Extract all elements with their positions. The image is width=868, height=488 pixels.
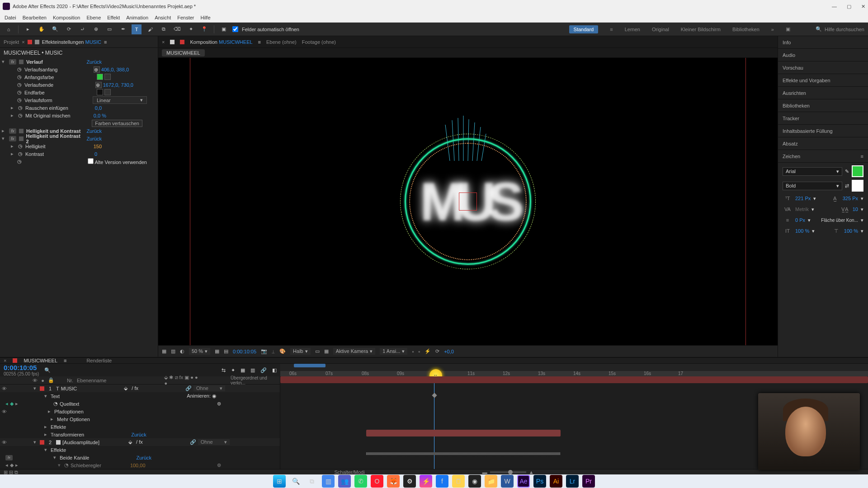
selection-tool-icon[interactable]: ▸ bbox=[23, 24, 33, 34]
keyframe-track[interactable] bbox=[366, 452, 561, 455]
start-color-swatch[interactable] bbox=[97, 74, 103, 80]
prev-keyframe-icon[interactable]: ◂ bbox=[5, 401, 8, 407]
search-icon[interactable]: 🔍 bbox=[816, 26, 822, 32]
tl-btn6-icon[interactable]: ◧ bbox=[272, 367, 277, 373]
stopwatch-icon[interactable]: ◷ bbox=[18, 151, 23, 157]
add-keyframe-icon[interactable]: ◆ bbox=[10, 462, 14, 468]
noise-value[interactable]: 0,0 bbox=[95, 105, 102, 111]
close-button[interactable]: ✕ bbox=[861, 4, 865, 9]
puppet-tool-icon[interactable]: 📍 bbox=[199, 24, 209, 34]
keyframe-diamond[interactable] bbox=[432, 393, 437, 398]
panel-preview[interactable]: Vorschau bbox=[778, 61, 868, 74]
app-icon[interactable]: ⚙ bbox=[403, 475, 416, 488]
fill-color-swatch[interactable] bbox=[852, 165, 863, 177]
selection-handle[interactable] bbox=[459, 192, 477, 211]
blend-value[interactable]: 0,0 % bbox=[94, 113, 106, 118]
camera-dropdown[interactable]: Aktive Kamera ▾ bbox=[333, 348, 376, 355]
zoom-tool-icon[interactable]: 🔍 bbox=[50, 24, 60, 34]
panel-effects-presets[interactable]: Effekte und Vorgaben bbox=[778, 74, 868, 87]
refresh-icon[interactable]: ⟳ bbox=[435, 348, 439, 354]
parent-dropdown[interactable]: Ohne▾ bbox=[198, 439, 230, 445]
snapshot-icon[interactable]: 📷 bbox=[261, 348, 267, 354]
tab-composition[interactable]: Komposition MUSICWHEEL bbox=[190, 39, 252, 45]
alpha-icon[interactable]: ◐ bbox=[180, 348, 184, 354]
brightness-value[interactable]: 150 bbox=[94, 144, 102, 149]
stopwatch-icon[interactable]: ◷ bbox=[17, 66, 22, 72]
home-icon[interactable]: ⌂ bbox=[4, 24, 14, 34]
stopwatch-icon[interactable]: ◷ bbox=[18, 113, 23, 118]
menu-bearbeiten[interactable]: Bearbeiten bbox=[23, 15, 47, 20]
menu-fenster[interactable]: Fenster bbox=[177, 15, 194, 20]
next-keyframe-icon[interactable]: ▸ bbox=[15, 462, 18, 468]
orbit-tool-icon[interactable]: ⟳ bbox=[64, 24, 74, 34]
tab-layer[interactable]: Ebene (ohne) bbox=[266, 39, 297, 45]
tracking-value[interactable]: 10 bbox=[853, 206, 858, 212]
transparency-icon[interactable]: ▦ bbox=[324, 348, 329, 354]
search-help-input[interactable]: Hilfe durchsuchen bbox=[825, 27, 864, 32]
facebook-icon[interactable]: f bbox=[436, 475, 448, 488]
swap-colors-button[interactable]: Farben vertauschen bbox=[92, 120, 142, 127]
whatsapp-icon[interactable]: ✆ bbox=[354, 475, 367, 488]
fx-badge-icon[interactable]: fx bbox=[9, 59, 16, 65]
stopwatch-icon[interactable]: ◷ bbox=[18, 105, 23, 111]
crosshair-icon[interactable]: ⊕ bbox=[94, 66, 100, 73]
shape-dropdown[interactable]: Linear▾ bbox=[93, 96, 147, 104]
roto-tool-icon[interactable]: ✦ bbox=[186, 24, 196, 34]
twirl-icon[interactable]: ▾ bbox=[33, 385, 38, 391]
start-button[interactable]: ⊞ bbox=[273, 475, 286, 488]
stopwatch-icon[interactable]: ◷ bbox=[18, 143, 23, 149]
panel-menu-icon[interactable]: ≡ bbox=[861, 154, 863, 159]
folder-icon[interactable]: 📁 bbox=[485, 475, 497, 488]
flowchart-chip[interactable]: MUSICWHEEL bbox=[162, 49, 205, 56]
menu-ansicht[interactable]: Ansicht bbox=[155, 15, 171, 20]
tl-btn2-icon[interactable]: ✦ bbox=[231, 367, 235, 373]
anchor-tool-icon[interactable]: ⊕ bbox=[91, 24, 101, 34]
eyedropper-icon[interactable] bbox=[104, 89, 111, 95]
vscale-value[interactable]: 100 % bbox=[795, 228, 809, 234]
menu-ebene[interactable]: Ebene bbox=[86, 15, 101, 20]
type-tool-icon[interactable]: T bbox=[132, 24, 142, 34]
contrast-value[interactable]: 0 bbox=[94, 151, 97, 157]
region-icon[interactable]: ▭ bbox=[315, 348, 320, 354]
timeline-ruler[interactable]: 06s 07s 08s 09s 10s 11s 12s 13s 14s 15s … bbox=[280, 364, 868, 376]
stopwatch-active-icon[interactable]: ◔ bbox=[53, 401, 58, 407]
stroke-swap-icon[interactable]: ⇄ bbox=[845, 183, 849, 189]
lightroom-icon[interactable]: Lr bbox=[566, 475, 579, 488]
minimize-button[interactable]: — bbox=[832, 4, 837, 9]
views-dropdown[interactable]: 1 Ansi... ▾ bbox=[380, 348, 407, 355]
animate-menu-icon[interactable]: ◉ bbox=[212, 393, 217, 399]
font-family-dropdown[interactable]: Arial▾ bbox=[783, 167, 842, 176]
tab-footage[interactable]: Footage (ohne) bbox=[302, 39, 336, 45]
word-icon[interactable]: W bbox=[501, 475, 514, 488]
timeline-tab[interactable]: MUSICWHEEL bbox=[24, 358, 57, 363]
exposure-value[interactable]: +0,0 bbox=[444, 349, 454, 354]
panel-character[interactable]: Zeichen≡ bbox=[778, 150, 868, 163]
font-style-dropdown[interactable]: Bold▾ bbox=[783, 182, 842, 190]
menu-hilfe[interactable]: Hilfe bbox=[201, 15, 211, 20]
workspace-kleiner[interactable]: Kleiner Bildschirm bbox=[681, 27, 721, 32]
taskview-icon[interactable]: ⧉ bbox=[306, 475, 318, 488]
legacy-checkbox[interactable] bbox=[88, 158, 94, 164]
messenger-icon[interactable]: ⚡ bbox=[420, 475, 432, 488]
illustrator-icon[interactable]: Ai bbox=[550, 475, 562, 488]
stopwatch-icon[interactable]: ◷ bbox=[17, 74, 22, 80]
panel-tracker[interactable]: Tracker bbox=[778, 112, 868, 125]
workspace-reset-icon[interactable]: ▣ bbox=[786, 26, 790, 32]
add-keyframe-icon[interactable]: ◆ bbox=[10, 401, 14, 407]
panel-contentaware[interactable]: Inhaltsbasierte Füllung bbox=[778, 125, 868, 137]
opera-icon[interactable]: O bbox=[371, 475, 383, 488]
menu-animation[interactable]: Animation bbox=[126, 15, 148, 20]
panel-toggle-icon[interactable]: ▣ bbox=[219, 24, 229, 34]
next-keyframe-icon[interactable]: ▸ bbox=[15, 401, 18, 407]
reset-link[interactable]: Zurück bbox=[86, 136, 102, 141]
panel-audio[interactable]: Audio bbox=[778, 49, 868, 61]
notes-icon[interactable]: 🗒 bbox=[452, 475, 465, 488]
hand-tool-icon[interactable]: ✋ bbox=[37, 24, 47, 34]
explorer-icon[interactable]: ▥ bbox=[322, 475, 335, 488]
stopwatch-icon[interactable]: ◷ bbox=[17, 97, 22, 103]
playhead-line[interactable] bbox=[434, 376, 434, 469]
workspace-standard[interactable]: Standard bbox=[569, 25, 599, 33]
end-color-swatch[interactable] bbox=[97, 89, 103, 95]
expression-icon[interactable]: ⊚ bbox=[217, 462, 221, 468]
stopwatch-icon[interactable]: ◷ bbox=[17, 159, 22, 164]
